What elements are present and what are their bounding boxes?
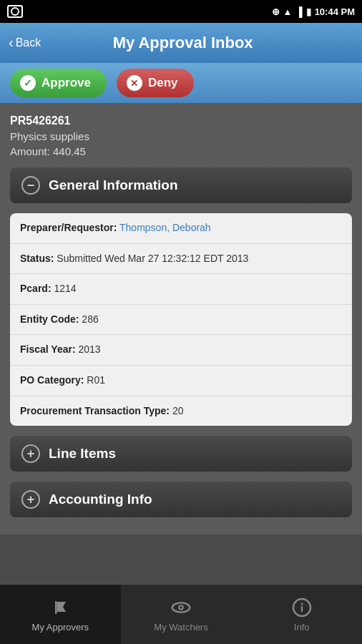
pr-number: PR5426261 — [10, 114, 352, 127]
eye-icon — [170, 596, 192, 619]
procurement-label: Procurement Transaction Type: — [20, 405, 170, 416]
info-icon — [290, 596, 313, 619]
pcard-label: Pcard: — [20, 283, 52, 294]
po-category-value: R01 — [87, 374, 105, 386]
info-row-po-category: PO Category: R01 — [10, 366, 352, 396]
status-label: Status: — [20, 253, 54, 264]
photo-icon — [7, 5, 23, 18]
general-info-section-header[interactable]: − General Information — [10, 167, 352, 203]
fiscal-label: Fiscal Year: — [20, 343, 76, 355]
svg-point-6 — [300, 603, 303, 605]
entity-label: Entity Code: — [20, 313, 79, 325]
tab-info-label: Info — [294, 622, 310, 633]
deny-button[interactable]: Deny — [117, 69, 194, 97]
svg-point-3 — [180, 606, 182, 608]
svg-rect-0 — [55, 601, 57, 614]
deny-label: Deny — [148, 76, 178, 90]
accounting-info-expand-icon: + — [21, 490, 40, 509]
clock: 10:44 PM — [315, 6, 355, 17]
tab-info[interactable]: Info — [241, 585, 362, 644]
approve-label: Approve — [41, 76, 91, 90]
svg-rect-5 — [300, 606, 302, 612]
po-category-label: PO Category: — [20, 374, 84, 386]
entity-value: 286 — [82, 313, 98, 325]
procurement-value: 20 — [172, 405, 184, 416]
general-info-title: General Information — [49, 177, 178, 193]
preparer-link[interactable]: Thompson, Deborah — [119, 222, 211, 233]
line-items-expand-icon: + — [21, 444, 40, 463]
info-row-entity: Entity Code: 286 — [10, 305, 352, 336]
info-row-pcard: Pcard: 1214 — [10, 274, 352, 305]
accounting-info-section-header[interactable]: + Accounting Info — [10, 482, 352, 517]
main-scroll-area: PR5426261 Physics supplies Amount: 440.4… — [0, 103, 362, 584]
back-button[interactable]: ‹ Back — [9, 36, 41, 51]
info-row-fiscal: Fiscal Year: 2013 — [10, 335, 352, 366]
accounting-info-title: Accounting Info — [49, 492, 152, 507]
page-title: My Approval Inbox — [48, 34, 318, 52]
info-row-procurement: Procurement Transaction Type: 20 — [10, 396, 352, 426]
tab-my-approvers[interactable]: My Approvers — [0, 585, 121, 644]
pr-amount: Amount: 440.45 — [10, 145, 352, 157]
info-row-preparer: Preparer/Requestor: Thompson, Deborah — [10, 213, 352, 244]
wifi-icon: ▲ — [283, 6, 293, 17]
tab-bar: My Approvers My Watchers Info — [0, 584, 362, 644]
x-icon — [127, 75, 142, 91]
tab-my-watchers-label: My Watchers — [154, 622, 207, 633]
battery-icon: ▮ — [306, 6, 311, 17]
navigation-icon: ⊕ — [272, 6, 280, 17]
tab-my-watchers[interactable]: My Watchers — [121, 585, 242, 644]
tab-my-approvers-label: My Approvers — [32, 622, 89, 633]
signal-icon: ▐ — [295, 6, 302, 17]
back-label: Back — [16, 36, 41, 49]
fiscal-value: 2013 — [78, 343, 100, 355]
flag-icon — [49, 596, 72, 619]
main-content: PR5426261 Physics supplies Amount: 440.4… — [0, 103, 362, 535]
back-chevron-icon: ‹ — [9, 34, 14, 51]
status-value: Submitted Wed Mar 27 12:32:12 EDT 2013 — [57, 253, 248, 264]
general-info-collapse-icon: − — [21, 176, 40, 195]
general-info-card: Preparer/Requestor: Thompson, Deborah St… — [10, 213, 352, 426]
line-items-title: Line Items — [49, 446, 116, 462]
pr-description: Physics supplies — [10, 130, 352, 142]
check-icon — [20, 75, 36, 91]
header: ‹ Back My Approval Inbox — [0, 23, 362, 63]
line-items-section-header[interactable]: + Line Items — [10, 436, 352, 472]
approve-button[interactable]: Approve — [10, 69, 107, 97]
status-bar-right: ⊕ ▲ ▐ ▮ 10:44 PM — [272, 6, 355, 17]
action-bar: Approve Deny — [0, 63, 362, 103]
pcard-value: 1214 — [54, 283, 76, 294]
status-bar: ⊕ ▲ ▐ ▮ 10:44 PM — [0, 0, 362, 23]
info-row-status: Status: Submitted Wed Mar 27 12:32:12 ED… — [10, 244, 352, 275]
preparer-label: Preparer/Requestor: — [20, 222, 117, 233]
